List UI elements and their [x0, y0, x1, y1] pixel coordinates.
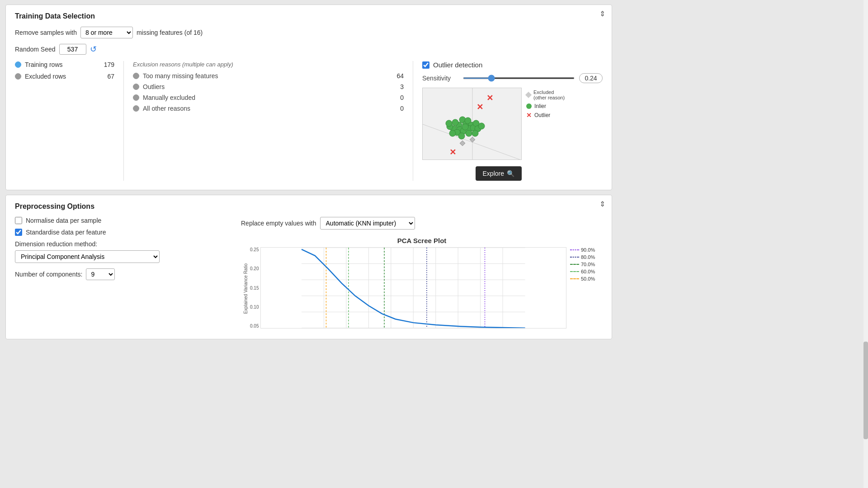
scree-60-line: [570, 271, 579, 272]
scatter-bottom: Explore 🔍: [422, 163, 522, 181]
exclusion-panel: Exclusion reasons (multiple can apply) T…: [123, 61, 413, 181]
scree-plot-title: PCA Scree Plot: [241, 237, 603, 244]
training-rows-count: 179: [101, 61, 114, 68]
scatter-area: ✕ ✕ ✕ Explore 🔍: [422, 88, 603, 181]
scree-y-axis: 0.25 0.20 0.15 0.10 0.05: [250, 247, 260, 328]
scree-80-label: 80.0%: [581, 254, 595, 260]
outlier-detection-toggle: Outlier detection: [422, 61, 603, 69]
scree-legend-90: 90.0%: [570, 247, 603, 253]
scatter-plot: ✕ ✕ ✕: [422, 88, 522, 160]
legend-outlier: ✕ Outlier: [526, 112, 565, 118]
scree-legend-80: 80.0%: [570, 254, 603, 260]
preprocessing-section-title: Preprocessing Options: [15, 202, 603, 211]
scree-90-line: [570, 249, 579, 250]
scree-y-0.15: 0.15: [250, 286, 259, 291]
replace-empty-prefix: Replace empty values with: [241, 220, 316, 227]
missing-threshold-select[interactable]: 8 or more 4 or more 6 or more 10 or more…: [80, 27, 133, 38]
remove-samples-row: Remove samples with 8 or more 4 or more …: [15, 27, 603, 38]
sensitivity-row: Sensitivity 0.24: [422, 73, 603, 83]
excl-indicator-3: [133, 94, 139, 101]
outlier-detection-checkbox[interactable]: [422, 61, 429, 69]
excl-count-3: 0: [395, 94, 404, 101]
missing-features-suffix: missing features (of 16): [137, 29, 203, 36]
scree-legend: 90.0% 80.0% 70.0% 60.0%: [566, 247, 603, 330]
scree-50-line: [570, 278, 579, 279]
excluded-icon: [525, 92, 532, 98]
explore-label: Explore: [483, 170, 504, 177]
outlier-icon: ✕: [526, 112, 532, 118]
preprocessing-right: Replace empty values with Automatic (KNN…: [241, 217, 603, 330]
training-collapse-button[interactable]: ⇕: [599, 10, 605, 18]
excluded-rows-count: 67: [101, 73, 114, 80]
random-seed-label: Random Seed: [15, 46, 56, 53]
normalise-checkbox[interactable]: [15, 217, 22, 224]
random-seed-input[interactable]: [59, 44, 86, 55]
excl-indicator-1: [133, 73, 139, 79]
dim-method-select[interactable]: Principal Component Analysis t-SNE UMAP …: [15, 250, 160, 263]
scree-chart-area: Explained Variance Ratio 0.25 0.20 0.15 …: [241, 247, 603, 330]
preprocessing-left: Normalise data per sample Standardise da…: [15, 217, 223, 330]
scree-y-axis-label: Explained Variance Ratio: [243, 263, 248, 314]
scree-60-label: 60.0%: [581, 269, 595, 274]
exclusion-reason-1: Too many missing features 64: [133, 72, 404, 80]
scree-70-line: [570, 264, 579, 265]
excl-indicator-2: [133, 84, 139, 90]
excluded-rows-label: Excluded rows: [25, 73, 97, 80]
scree-svg: [260, 247, 566, 328]
refresh-seed-button[interactable]: ↺: [90, 44, 97, 54]
replace-empty-row: Replace empty values with Automatic (KNN…: [241, 217, 603, 230]
excl-label-3: Manually excluded: [143, 94, 391, 101]
legend-inlier: Inlier: [526, 103, 565, 109]
svg-point-18: [449, 130, 456, 136]
sensitivity-value: 0.24: [579, 73, 603, 83]
training-section-title: Training Data Selection: [15, 12, 603, 20]
excl-label-1: Too many missing features: [143, 72, 391, 80]
dim-method-label: Dimension reduction method:: [15, 240, 223, 248]
svg-rect-25: [460, 141, 465, 145]
standardise-row: Standardise data per feature: [15, 229, 223, 236]
training-rows-stat: Training rows 179: [15, 61, 114, 68]
sensitivity-slider[interactable]: [463, 77, 575, 79]
training-rows-indicator: [15, 61, 21, 68]
inlier-icon: [526, 103, 532, 109]
scree-y-0.05: 0.05: [250, 324, 259, 328]
svg-point-19: [446, 120, 452, 127]
preprocessing-collapse-button[interactable]: ⇕: [599, 201, 605, 208]
legend-excluded-label: Excluded(other reason): [533, 89, 565, 100]
excluded-rows-stat: Excluded rows 67: [15, 73, 114, 80]
scree-plot-container: PCA Scree Plot Explained Variance Ratio …: [241, 237, 603, 330]
scatter-legend: Excluded(other reason) Inlier ✕ Outlier: [526, 88, 565, 181]
num-components-row: Number of components: 9 2 3 4 5 6 7 8 10: [15, 268, 223, 280]
excluded-rows-indicator: [15, 73, 21, 80]
remove-samples-prefix: Remove samples with: [15, 29, 77, 36]
scree-80-line: [570, 257, 579, 258]
normalise-label: Normalise data per sample: [26, 217, 101, 224]
replace-empty-select[interactable]: Automatic (KNN imputer) Mean Median Zero: [320, 217, 415, 230]
random-seed-row: Random Seed ↺: [15, 44, 603, 55]
legend-excluded: Excluded(other reason): [526, 89, 565, 100]
excl-label-4: All other reasons: [143, 105, 391, 112]
standardise-checkbox[interactable]: [15, 229, 22, 236]
standardise-label: Standardise data per feature: [26, 229, 106, 236]
scree-y-axis-label-container: Explained Variance Ratio: [241, 247, 250, 330]
scatter-svg: ✕ ✕ ✕: [423, 88, 522, 160]
left-stats: Training rows 179 Excluded rows 67: [15, 61, 123, 181]
scree-50-label: 50.0%: [581, 276, 595, 282]
svg-point-20: [458, 133, 465, 139]
scree-legend-50: 50.0%: [570, 276, 603, 282]
excl-label-2: Outliers: [143, 83, 391, 90]
outlier-detection-panel: Outlier detection Sensitivity 0.24: [413, 61, 603, 181]
scree-y-0.10: 0.10: [250, 305, 259, 310]
exclusion-reason-2: Outliers 3: [133, 83, 404, 90]
outlier-detection-label: Outlier detection: [433, 61, 482, 69]
exclusion-reason-3: Manually excluded 0: [133, 94, 404, 101]
scree-y-0.20: 0.20: [250, 266, 259, 271]
svg-point-4: [452, 119, 458, 126]
scree-y-0.25: 0.25: [250, 247, 259, 252]
explore-button[interactable]: Explore 🔍: [476, 166, 522, 181]
sensitivity-label: Sensitivity: [422, 75, 458, 82]
num-components-select[interactable]: 9 2 3 4 5 6 7 8 10: [86, 268, 115, 280]
training-data-section: Training Data Selection ⇕ Remove samples…: [5, 5, 612, 190]
scree-legend-60: 60.0%: [570, 269, 603, 274]
explore-icon: 🔍: [507, 170, 514, 177]
